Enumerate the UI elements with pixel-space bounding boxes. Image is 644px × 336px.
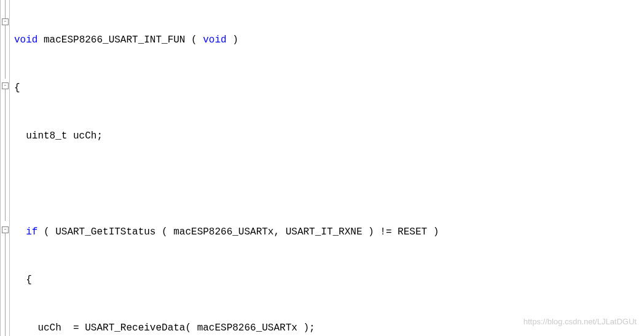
code-line[interactable]: { (12, 272, 644, 288)
identifier: macESP8266_USART_INT_FUN (44, 34, 185, 46)
code-line[interactable] (12, 176, 644, 192)
keyword: void (203, 34, 226, 46)
code-line[interactable]: uint8_t ucCh; (12, 128, 644, 144)
code-editor[interactable]: - - - void macESP8266_USART_INT_FUN ( vo… (0, 0, 644, 336)
code-line[interactable]: { (12, 80, 644, 96)
code-area[interactable]: void macESP8266_USART_INT_FUN ( void ) {… (12, 0, 644, 336)
keyword: if (26, 226, 37, 238)
keyword: void (14, 34, 37, 46)
code-line[interactable]: void macESP8266_USART_INT_FUN ( void ) (12, 32, 644, 48)
fold-gutter: - - - (1, 0, 10, 336)
code-line[interactable]: ucCh = USART_ReceiveData( macESP8266_USA… (12, 320, 644, 336)
code-line[interactable]: if ( USART_GetITStatus ( macESP8266_USAR… (12, 224, 644, 240)
